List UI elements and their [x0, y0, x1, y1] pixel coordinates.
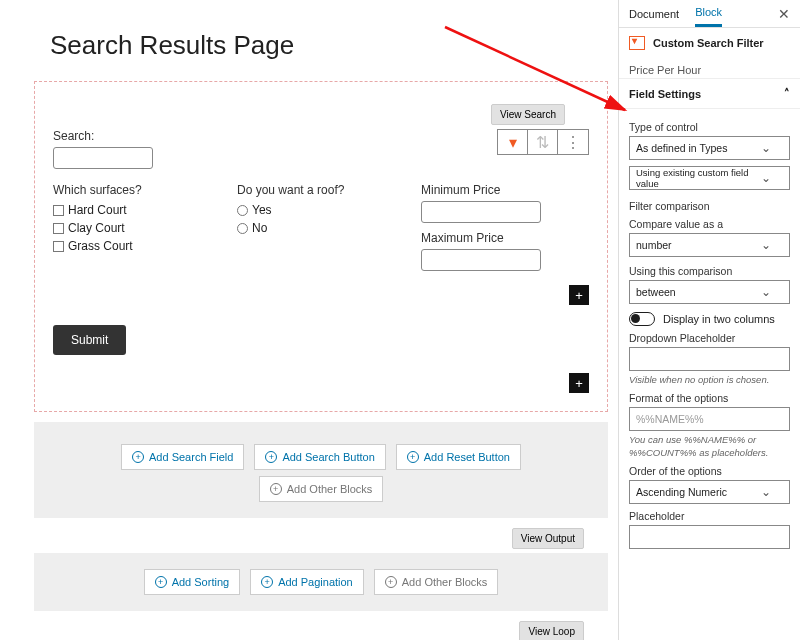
output-actions-area: +Add Sorting +Add Pagination +Add Other …	[34, 553, 608, 611]
chevron-up-icon: ˄	[784, 87, 790, 100]
search-actions-area: +Add Search Field +Add Search Button +Ad…	[34, 422, 608, 518]
placeholder-input[interactable]	[629, 525, 790, 549]
page-title: Search Results Page	[50, 30, 608, 61]
surfaces-option[interactable]: Clay Court	[53, 221, 213, 235]
placeholder-label: Placeholder	[629, 510, 790, 522]
checkbox-icon[interactable]	[53, 241, 64, 252]
checkbox-icon[interactable]	[53, 205, 64, 216]
filter-comparison-label: Filter comparison	[629, 200, 790, 212]
surfaces-option[interactable]: Grass Court	[53, 239, 213, 253]
plus-icon: +	[270, 483, 282, 495]
roof-option[interactable]: Yes	[237, 203, 397, 217]
dropdown-placeholder-label: Dropdown Placeholder	[629, 332, 790, 344]
compare-as-label: Compare value as a	[629, 218, 790, 230]
roof-label: Do you want a roof?	[237, 183, 397, 197]
dropdown-placeholder-input[interactable]	[629, 347, 790, 371]
search-field-label: Search:	[53, 129, 213, 143]
add-other-blocks-button[interactable]: +Add Other Blocks	[374, 569, 499, 595]
search-filter-block: View Search Search: ▾ ⇅ ⋮ Which surfaces…	[34, 81, 608, 412]
add-block-button[interactable]: +	[569, 285, 589, 305]
order-options-select[interactable]: Ascending Numeric⌄	[629, 480, 790, 504]
plus-icon: +	[265, 451, 277, 463]
add-other-blocks-button[interactable]: +Add Other Blocks	[259, 476, 384, 502]
close-icon[interactable]: ✕	[778, 6, 790, 22]
field-settings-panel-toggle[interactable]: Field Settings ˄	[619, 78, 800, 109]
search-input[interactable]	[53, 147, 153, 169]
chevron-down-icon: ⌄	[761, 238, 771, 252]
tab-document[interactable]: Document	[629, 8, 679, 26]
plus-icon: +	[155, 576, 167, 588]
chevron-down-icon: ⌄	[761, 285, 771, 299]
order-options-label: Order of the options	[629, 465, 790, 477]
min-price-label: Minimum Price	[421, 183, 589, 197]
surfaces-label: Which surfaces?	[53, 183, 213, 197]
settings-sidebar: Document Block ✕ Custom Search Filter Pr…	[618, 0, 800, 640]
min-price-input[interactable]	[421, 201, 541, 223]
two-columns-toggle[interactable]	[629, 312, 655, 326]
add-reset-button-button[interactable]: +Add Reset Button	[396, 444, 521, 470]
roof-option[interactable]: No	[237, 221, 397, 235]
add-sorting-button[interactable]: +Add Sorting	[144, 569, 240, 595]
format-options-input[interactable]: %%NAME%%	[629, 407, 790, 431]
type-of-control-label: Type of control	[629, 121, 790, 133]
submit-button[interactable]: Submit	[53, 325, 126, 355]
dropdown-placeholder-help: Visible when no option is chosen.	[629, 374, 790, 386]
block-name: Custom Search Filter	[653, 37, 764, 49]
custom-search-filter-icon	[629, 36, 645, 50]
plus-icon: +	[261, 576, 273, 588]
field-value-source-select[interactable]: Using existing custom field value⌄	[629, 166, 790, 190]
add-pagination-button[interactable]: +Add Pagination	[250, 569, 364, 595]
using-comparison-label: Using this comparison	[629, 265, 790, 277]
format-options-label: Format of the options	[629, 392, 790, 404]
max-price-input[interactable]	[421, 249, 541, 271]
chevron-down-icon: ⌄	[761, 141, 771, 155]
view-search-button[interactable]: View Search	[491, 104, 565, 125]
using-comparison-select[interactable]: between⌄	[629, 280, 790, 304]
filter-type-icon[interactable]: ▾	[498, 130, 528, 154]
chevron-down-icon: ⌄	[761, 171, 771, 185]
surfaces-option[interactable]: Hard Court	[53, 203, 213, 217]
add-search-button-button[interactable]: +Add Search Button	[254, 444, 385, 470]
view-output-button[interactable]: View Output	[512, 528, 584, 549]
plus-icon: +	[385, 576, 397, 588]
type-of-control-select[interactable]: As defined in Types⌄	[629, 136, 790, 160]
tab-block[interactable]: Block	[695, 6, 722, 27]
format-options-help: You can use %%NAME%% or %%COUNT%% as pla…	[629, 434, 790, 459]
checkbox-icon[interactable]	[53, 223, 64, 234]
radio-icon[interactable]	[237, 205, 248, 216]
compare-as-select[interactable]: number⌄	[629, 233, 790, 257]
plus-icon: +	[132, 451, 144, 463]
view-loop-button[interactable]: View Loop	[519, 621, 584, 640]
price-per-hour-label: Price Per Hour	[619, 58, 800, 78]
radio-icon[interactable]	[237, 223, 248, 234]
block-toolbar[interactable]: ▾ ⇅ ⋮	[497, 129, 589, 155]
sort-icon[interactable]: ⇅	[528, 130, 558, 154]
add-search-field-button[interactable]: +Add Search Field	[121, 444, 244, 470]
more-icon[interactable]: ⋮	[558, 130, 588, 154]
editor-canvas: Search Results Page View Search Search: …	[0, 0, 618, 640]
chevron-down-icon: ⌄	[761, 485, 771, 499]
add-block-button[interactable]: +	[569, 373, 589, 393]
two-columns-label: Display in two columns	[663, 313, 775, 325]
plus-icon: +	[407, 451, 419, 463]
max-price-label: Maximum Price	[421, 231, 589, 245]
